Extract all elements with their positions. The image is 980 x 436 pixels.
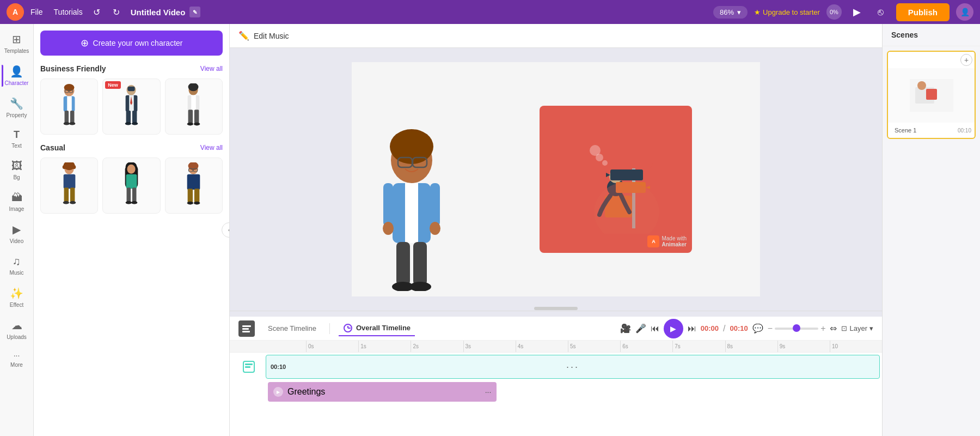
zoom-slider: − + — [768, 324, 826, 334]
ruler-mark-8s: 8s — [725, 341, 777, 353]
sidebar-item-music[interactable]: ♫ Music — [2, 251, 32, 280]
character-card-c3[interactable] — [165, 158, 223, 214]
publish-button[interactable]: Publish — [896, 3, 950, 21]
user-avatar[interactable]: 👤 — [956, 3, 973, 21]
casual-header: Casual View all — [40, 143, 223, 152]
svg-rect-51 — [187, 174, 200, 190]
character-card-c2[interactable] — [102, 158, 160, 214]
logo[interactable]: A — [7, 3, 24, 21]
play-preview-button[interactable]: ▶ — [848, 3, 866, 21]
svg-rect-93 — [245, 366, 250, 368]
svg-point-44 — [126, 201, 132, 204]
zoom-plus-button[interactable]: + — [820, 324, 825, 334]
mic-icon-button[interactable]: 🎤 — [635, 323, 646, 334]
horizontal-scrollbar[interactable] — [534, 307, 578, 310]
star-icon: ★ — [754, 8, 761, 16]
sidebar-item-templates[interactable]: ⊞ Templates — [2, 28, 32, 58]
pencil-icon: ✏️ — [238, 31, 249, 41]
left-sidebar: ⊞ Templates 👤 Character 🔧 Property T Tex… — [0, 24, 34, 436]
timeline-toolbar: Scene Timeline Overall Timeline 🎥 🎤 ⏮ ▶ — [230, 317, 882, 341]
redo-button[interactable]: ↻ — [109, 4, 124, 20]
create-character-button[interactable]: ⊕ Create your own character — [40, 31, 223, 56]
character-panel: ⊕ Create your own character Business Fri… — [34, 24, 230, 436]
scene-illustration — [561, 125, 670, 234]
captions-button[interactable]: 💬 — [752, 323, 763, 334]
svg-point-54 — [187, 202, 193, 205]
svg-rect-87 — [242, 331, 250, 332]
uploads-icon: ☁ — [11, 319, 22, 332]
ruler-mark-9s: 9s — [777, 341, 830, 353]
zoom-control[interactable]: 86% ▾ — [713, 6, 748, 19]
svg-rect-33 — [64, 187, 69, 202]
svg-rect-41 — [126, 174, 137, 189]
zoom-minus-button[interactable]: − — [768, 324, 773, 334]
sidebar-item-text[interactable]: T Text — [2, 125, 32, 153]
skip-forward-button[interactable]: ⏭ — [688, 324, 696, 334]
edit-music-label[interactable]: Edit Music — [254, 32, 289, 40]
svg-point-35 — [63, 201, 69, 204]
edit-music-bar: ✏️ Edit Music — [230, 24, 882, 48]
sidebar-item-effect[interactable]: ✨ Effect — [2, 282, 32, 312]
skip-back-button[interactable]: ⏮ — [651, 324, 659, 334]
new-badge: New — [105, 81, 121, 89]
video-icon: ▶ — [13, 223, 21, 236]
character-card-c1[interactable] — [40, 158, 98, 214]
sidebar-item-property[interactable]: 🔧 Property — [2, 93, 32, 123]
ruler-mark-1s: 1s — [358, 341, 411, 353]
panel-collapse-button[interactable]: ‹ — [222, 222, 230, 238]
business-friendly-grid: New — [40, 78, 223, 135]
camera-icon-button[interactable]: 🎥 — [620, 323, 631, 334]
time-separator: / — [723, 324, 725, 334]
sidebar-item-more[interactable]: ··· More — [2, 347, 32, 372]
timeline-section: Scene Timeline Overall Timeline 🎥 🎤 ⏮ ▶ — [230, 311, 882, 436]
scene-track[interactable]: 00:10 ··· — [266, 355, 880, 379]
tutorials-menu[interactable]: Tutorials — [54, 8, 83, 16]
add-scene-button[interactable]: + — [960, 54, 972, 66]
greetings-track[interactable]: ▶ Greetings ··· — [266, 380, 499, 404]
tab-scene-timeline[interactable]: Scene Timeline — [264, 322, 321, 335]
undo-button[interactable]: ↺ — [89, 4, 105, 20]
animaker-icon: A — [647, 235, 659, 247]
svg-rect-86 — [242, 328, 249, 330]
greetings-more-button[interactable]: ··· — [485, 387, 492, 396]
tab-overall-timeline[interactable]: Overall Timeline — [339, 321, 415, 336]
business-friendly-view-all[interactable]: View all — [200, 65, 223, 72]
zoom-track[interactable] — [775, 328, 818, 330]
canvas-scene-area: A Made withAnimaker — [471, 62, 760, 296]
scene-track-icon — [243, 361, 255, 373]
scenes-header: Scenes — [883, 24, 980, 46]
character-card-bf1[interactable] — [40, 78, 98, 135]
layer-button[interactable]: ⊡ Layer ▾ — [841, 324, 873, 332]
expand-button[interactable]: ⇔ — [830, 323, 837, 334]
canvas-area: ✏️ Edit Music — [230, 24, 882, 436]
timeline-tracks: 00:10 ··· ▶ Greetings ··· — [230, 353, 882, 436]
play-pause-button[interactable]: ▶ — [664, 319, 683, 338]
canvas-viewport[interactable]: A Made withAnimaker — [230, 48, 882, 311]
sidebar-item-bg[interactable]: 🖼 Bg — [2, 155, 32, 185]
sidebar-item-image[interactable]: 🏔 Image — [2, 187, 32, 216]
current-time: 00:00 — [701, 324, 719, 332]
upgrade-button[interactable]: ★ Upgrade to starter — [754, 8, 820, 16]
scene-1-thumbnail[interactable]: + Scene 1 00:10 — [887, 51, 976, 139]
greetings-play-icon[interactable]: ▶ — [273, 387, 283, 397]
sidebar-item-uploads[interactable]: ☁ Uploads — [2, 314, 32, 344]
sidebar-item-video[interactable]: ▶ Video — [2, 219, 32, 249]
templates-label: Templates — [4, 48, 29, 54]
scene-track-more: ··· — [566, 361, 579, 373]
sidebar-item-character[interactable]: 👤 Character — [2, 60, 32, 90]
casual-view-all[interactable]: View all — [200, 144, 223, 152]
image-icon: 🏔 — [11, 191, 22, 204]
share-button[interactable]: ⎋ — [872, 3, 890, 21]
topbar: A File Tutorials ↺ ↻ Untitled Video ✎ 86… — [0, 0, 980, 24]
character-card-bf3[interactable] — [165, 78, 223, 135]
overall-timeline-label: Overall Timeline — [356, 324, 411, 332]
title-edit-icon[interactable]: ✎ — [189, 7, 200, 17]
svg-point-82 — [602, 160, 608, 166]
ruler-marks: 0s 1s 2s 3s 4s 5s 6s 7s 8s 9s 10 — [268, 341, 882, 353]
svg-rect-67 — [396, 242, 410, 286]
animaker-watermark: A Made withAnimaker — [647, 235, 687, 247]
file-menu[interactable]: File — [30, 8, 43, 16]
scene-timeline-label: Scene Timeline — [268, 324, 316, 332]
music-label: Music — [9, 270, 23, 276]
character-card-bf2[interactable]: New — [102, 78, 160, 135]
